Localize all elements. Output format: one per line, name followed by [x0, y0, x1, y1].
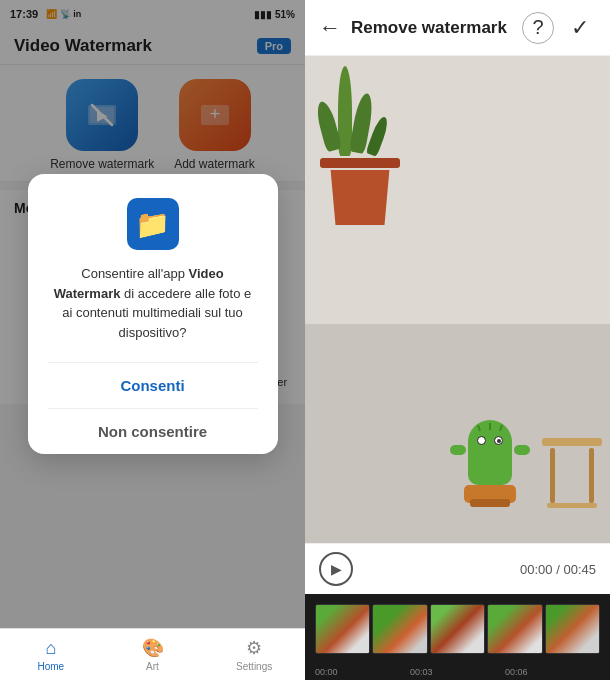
left-panel: 17:39 📶 📡 in ▮▮▮ 51% Video Watermark Pro…: [0, 0, 305, 680]
right-panel: ← Remove watermark ? ✓: [305, 0, 610, 680]
timeline-markers: 00:00 00:03 00:06: [305, 664, 610, 680]
nav-settings-label: Settings: [236, 661, 272, 672]
marker-1: 00:03: [410, 667, 433, 677]
nav-settings[interactable]: ⚙ Settings: [203, 637, 305, 672]
bottom-nav: ⌂ Home 🎨 Art ⚙ Settings: [0, 628, 305, 680]
art-icon: 🎨: [142, 637, 164, 659]
time-display: 00:00 / 00:45: [520, 562, 596, 577]
confirm-check-button[interactable]: ✓: [564, 12, 596, 44]
video-controls: ▶ 00:00 / 00:45: [305, 543, 610, 594]
back-button[interactable]: ←: [319, 15, 341, 41]
marker-2: 00:06: [505, 667, 528, 677]
timeline-frame-2: [372, 604, 427, 654]
time-current: 00:00: [520, 562, 553, 577]
cactus-toy: [450, 420, 530, 503]
timeline-frame-1: [315, 604, 370, 654]
permission-dialog-overlay: 📁 Consentire all'app Video Watermark di …: [0, 0, 305, 628]
home-icon: ⌂: [45, 638, 56, 659]
timeline-frame-5: [545, 604, 600, 654]
nav-home-label: Home: [37, 661, 64, 672]
timeline-frame-4: [487, 604, 542, 654]
nav-art[interactable]: 🎨 Art: [102, 637, 204, 672]
stool-decoration: [542, 438, 602, 508]
video-timeline[interactable]: [305, 594, 610, 664]
timeline-frame-3: [430, 604, 485, 654]
scene-background: [305, 56, 610, 543]
play-button[interactable]: ▶: [319, 552, 353, 586]
confirm-button[interactable]: Consenti: [48, 363, 258, 408]
nav-home[interactable]: ⌂ Home: [0, 638, 102, 672]
settings-icon: ⚙: [246, 637, 262, 659]
nav-art-label: Art: [146, 661, 159, 672]
time-total: 00:45: [563, 562, 596, 577]
permission-dialog: 📁 Consentire all'app Video Watermark di …: [28, 174, 278, 454]
folder-icon: 📁: [127, 198, 179, 250]
marker-0: 00:00: [315, 667, 338, 677]
right-panel-title: Remove watermark: [351, 18, 512, 38]
play-icon: ▶: [331, 561, 342, 577]
dialog-text: Consentire all'app Video Watermark di ac…: [48, 264, 258, 342]
cancel-button[interactable]: Non consentire: [48, 409, 258, 454]
help-icon: ?: [532, 16, 543, 39]
help-button[interactable]: ?: [522, 12, 554, 44]
right-header: ← Remove watermark ? ✓: [305, 0, 610, 56]
dialog-app-name: Video Watermark: [54, 266, 224, 301]
plant-decoration: [320, 66, 400, 225]
video-preview: [305, 56, 610, 543]
